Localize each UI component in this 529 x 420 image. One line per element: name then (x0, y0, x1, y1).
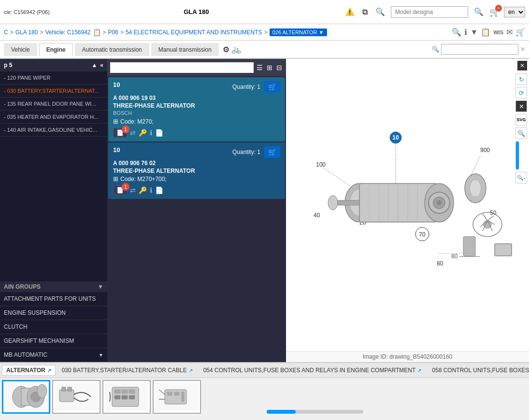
thumb-tab-1-ext[interactable]: ↗ (189, 368, 193, 373)
diagram-rotate-btn[interactable]: ↻ (515, 73, 527, 85)
scroll-track[interactable] (267, 410, 363, 414)
thumb-tab-1[interactable]: 030 BATTERY,STARTER/ALTERNATOR CABLE ↗ (57, 365, 197, 376)
group-clutch[interactable]: CLUTCH (0, 320, 107, 334)
diagram-svg-btn[interactable]: SVG (515, 114, 527, 126)
group-gearshift[interactable]: GEARSHIFT MECHANISM (0, 334, 107, 348)
sidebar-expand-icon[interactable]: « (100, 62, 103, 69)
tab-engine[interactable]: Engine (39, 43, 73, 57)
thumb-tab-2-ext[interactable]: ↗ (417, 368, 421, 373)
svg-rect-50 (167, 392, 172, 395)
part-pos-0: 10 (113, 81, 120, 88)
list-view-btn[interactable]: ☰ (256, 63, 264, 72)
tab-icon-1[interactable]: ⚙ (223, 45, 229, 54)
tab-auto-trans[interactable]: Automatic transmission (75, 43, 149, 56)
part-doc-btn-1[interactable]: 📄 1 (113, 185, 127, 195)
label-80: 80 (437, 260, 443, 267)
sidebar-collapse-icon[interactable]: ▲ (91, 62, 97, 69)
breadcrumb-vehicle[interactable]: Vehicle: C156942 (45, 29, 90, 36)
svg-point-20 (470, 180, 481, 197)
part-item-1[interactable]: 10 Quantity: 1 🛒 A 000 906 76 02 THREE-P… (108, 142, 285, 199)
search-submit-btn[interactable]: 🔍 (472, 5, 486, 18)
diagram-close-btn[interactable]: ✕ (517, 61, 527, 70)
alternator-dropdown[interactable]: 026 ALTERNATOR ▼ (270, 28, 327, 36)
group-engine-suspension[interactable]: ENGINE SUSPENSION (0, 306, 107, 320)
part-info-btn-0[interactable]: ℹ (150, 129, 152, 137)
thumb-tab-2[interactable]: 054 CONTROL UNITS,FUSE BOXES AND RELAYS … (199, 365, 426, 376)
thumb-tab-3[interactable]: 058 CONTROL UNITS,FUSE BOXES ↗ (428, 365, 529, 376)
tab-search-icon[interactable]: 🔍 (432, 46, 439, 53)
thumb-tab-0[interactable]: ALTERNATOR ↗ (2, 365, 56, 376)
zoom-icon[interactable]: 🔍 (452, 28, 461, 37)
part-brand-0: BOSCH (113, 110, 280, 116)
thumbnail-1[interactable] (52, 380, 100, 414)
cart-add-btn-0[interactable]: 🛒 (264, 81, 280, 93)
expand-view-btn[interactable]: ⊟ (275, 63, 283, 72)
part-info-btn-1[interactable]: ℹ (150, 186, 152, 194)
thumbnail-2[interactable] (102, 380, 151, 414)
tab-icon-2[interactable]: 🚲 (231, 45, 241, 54)
part-doc-btn-0[interactable]: 📄 1 (113, 128, 127, 138)
search-icon-btn[interactable]: 🔍 (373, 5, 387, 18)
thumbnail-3[interactable] (153, 380, 201, 414)
svg-rect-51 (174, 392, 179, 395)
breadcrumb-gla180[interactable]: GLA 180 (15, 29, 38, 36)
svg-text:80 ─────: 80 ───── (451, 253, 480, 260)
cart-breadcrumb-icon[interactable]: 🛒 (515, 28, 525, 37)
top-bar: cle: C156942 (P06) GLA 180 ⚠️ ⧉ 🔍 🔍 🛒+ e… (0, 0, 529, 24)
diagram-zoom-in-btn[interactable]: 🔍 (515, 127, 527, 139)
thumbnail-0[interactable] (2, 380, 50, 414)
info-icon[interactable]: ℹ (464, 28, 467, 37)
cart-button[interactable]: 🛒+ (489, 7, 500, 17)
part-pdf-btn-1[interactable]: 📄 (155, 186, 163, 194)
sidebar-item-0[interactable]: - 120 PANE WIPER (0, 71, 107, 84)
diagram-history-btn[interactable]: ⟳ (515, 87, 527, 98)
part-number-0: A 000 906 19 03 (113, 95, 280, 101)
group-mb-automatic[interactable]: MB AUTOMATIC ▼ (0, 348, 107, 362)
sidebar: p 5 ▲ « - 120 PANE WIPER - 030 BATTERY,S… (0, 59, 107, 362)
sidebar-item-3[interactable]: - 035 HEATER AND EVAPORATOR H... (0, 111, 107, 124)
diagram-zoom-out-btn[interactable]: 🔍- (515, 172, 527, 183)
svg-point-16 (437, 200, 442, 205)
copy-icon-btn[interactable]: ⧉ (360, 6, 370, 18)
group-scroll-icon[interactable]: ▼ (99, 352, 103, 358)
filter-icon[interactable]: ▼ (470, 28, 478, 37)
vehicle-copy-icon[interactable]: 📋 (93, 28, 101, 36)
sidebar-scroll-down[interactable]: ▼ (98, 283, 103, 290)
tab-vehicle[interactable]: Vehicle (4, 43, 37, 56)
svg-text:10: 10 (392, 134, 399, 141)
part-key-btn-1[interactable]: 🔑 (139, 186, 147, 194)
model-search-input[interactable] (391, 6, 468, 18)
tab-bar: Vehicle Engine Automatic transmission Ma… (0, 41, 529, 59)
sidebar-item-1[interactable]: - 030 BATTERY,STARTER/ALTERNAT... (0, 84, 107, 98)
sidebar-item-4[interactable]: - 140 AIR INTAKE,GASOLINE VEHIC... (0, 124, 107, 137)
part-sync-btn-1[interactable]: ⇄ (130, 186, 136, 194)
sidebar-items: - 120 PANE WIPER - 030 BATTERY,STARTER/A… (0, 71, 107, 281)
language-select[interactable]: en de fr (504, 7, 525, 17)
breadcrumb-c[interactable]: C (4, 29, 8, 36)
wis-icon[interactable]: WIS (493, 29, 503, 35)
part-item-0[interactable]: 10 Quantity: 1 🛒 A 000 906 19 03 THREE-P… (108, 77, 285, 141)
part-sync-btn-0[interactable]: ⇄ (130, 129, 136, 137)
svg-point-35 (37, 384, 47, 398)
group-attachment[interactable]: ATTACHMENT PARTS FOR UNITS (0, 292, 107, 306)
warning-icon-btn[interactable]: ⚠️ (343, 5, 357, 18)
breadcrumb-p06[interactable]: P06 (108, 29, 118, 36)
tab-search-clear[interactable]: ✕ (520, 46, 525, 53)
breadcrumb-tools: 🔍 ℹ ▼ 📋 WIS ✉ 🛒 (452, 28, 525, 37)
thumb-tab-0-ext[interactable]: ↗ (47, 368, 51, 373)
grid-view-btn[interactable]: ⊞ (266, 63, 273, 72)
tab-search-input[interactable] (441, 44, 518, 55)
clipboard-icon[interactable]: 📋 (481, 28, 490, 37)
parts-search-input[interactable] (110, 62, 254, 73)
sidebar-item-2[interactable]: - 135 REAR PANEL DOOR PANE WI... (0, 98, 107, 111)
email-icon[interactable]: ✉ (506, 28, 513, 37)
part-key-btn-0[interactable]: 🔑 (139, 129, 147, 137)
breadcrumb-54[interactable]: 54 ELECTRICAL EQUIPMENT AND INSTRUMENTS (126, 29, 262, 36)
main-content: p 5 ▲ « - 120 PANE WIPER - 030 BATTERY,S… (0, 59, 529, 362)
tab-manual-trans[interactable]: Manual transmission (151, 43, 219, 56)
cart-add-btn-1[interactable]: 🛒 (264, 146, 280, 158)
part-pdf-btn-0[interactable]: 📄 (155, 129, 163, 137)
diagram-close2-btn[interactable]: ✕ (515, 100, 527, 112)
diagram-tools: ↻ ⟳ ✕ SVG 🔍 🔍- (515, 73, 527, 183)
sidebar-title: p 5 (4, 62, 12, 69)
